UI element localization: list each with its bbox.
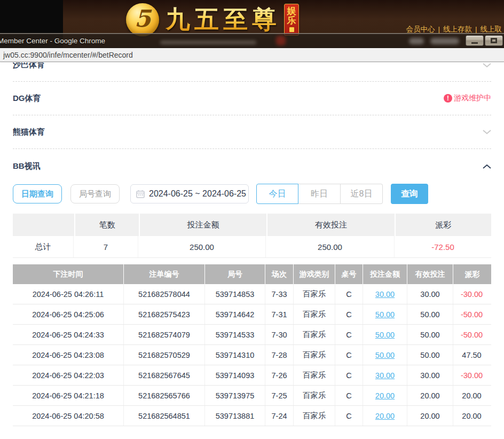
bet-amount-link[interactable]: 30.00 [363,365,407,385]
round-no: 539714853 [205,284,265,304]
header-game-type: 游戏类别 [294,264,335,284]
bet-amount-link[interactable]: 20.00 [363,386,407,405]
table-no: C [335,284,363,304]
nav-online-deposit[interactable]: 线上存款 [443,25,472,33]
header-payout: 派彩 [453,264,491,284]
game-type: 百家乐 [294,406,335,426]
table-no: C [335,386,363,405]
window-titlebar[interactable]: Member Center - Google Chrome [0,33,504,48]
bet-time: 2024-06-25 04:24:33 [13,325,124,344]
search-button[interactable]: 查询 [391,184,428,204]
screen: 5 九五至尊 娱乐 会员中心|线上存款|线上取 Member Center - … [0,0,504,439]
section-panda-label: 熊猫体育 [13,127,45,137]
nav-separator: | [475,25,477,33]
section-saba[interactable]: 沙巴体育 [13,62,491,82]
section-dg-label: DG体育 [13,93,41,104]
section-panda[interactable]: 熊猫体育 [13,115,491,149]
blurred-user-info [430,38,459,44]
bet-time: 2024-06-25 04:25:06 [13,304,124,324]
payout: -30.00 [453,284,490,304]
maximize-icon [491,38,497,43]
summary-payout: -72.50 [395,236,491,257]
site-logo: 5 九五至尊 娱乐 [126,3,299,36]
order-no: 521682574079 [124,325,205,344]
order-no: 521682570529 [124,345,205,365]
round-no: 539714533 [205,325,265,344]
header-session: 场次 [265,264,293,284]
round-no: 539713881 [205,406,265,426]
bet-amount-link[interactable]: 50.00 [363,325,407,344]
round-no: 539714642 [205,304,265,324]
header-table-no: 桌号 [335,264,363,284]
summary-header-cell: 有效投注 [267,214,395,236]
date-range-value: 2024-06-25 ~ 2024-06-25 [149,189,246,199]
minimize-button[interactable] [466,35,484,46]
nav-online-withdraw[interactable]: 线上取 [481,25,502,33]
payout: 20.00 [453,406,490,426]
session: 7-31 [265,304,294,324]
table-no: C [335,365,363,385]
minimize-icon [471,42,478,44]
section-bb[interactable]: BB视讯 [13,149,491,184]
bet-amount-link[interactable]: 50.00 [363,304,407,324]
payout: -30.00 [453,365,490,385]
maximize-button[interactable] [485,35,503,46]
bet-time: 2024-06-25 04:21:18 [13,386,124,405]
logo-circle-icon: 5 [126,3,159,36]
game-type: 百家乐 [294,365,335,385]
logo-title: 九五至尊 [166,3,281,36]
game-type: 百家乐 [294,304,335,324]
game-type: 百家乐 [294,345,335,365]
calendar-icon [136,190,145,198]
bet-amount-link[interactable]: 30.00 [363,284,407,304]
summary-header-cell: 笔数 [75,214,139,236]
order-no: 521682575423 [124,304,205,324]
summary-count: 7 [74,236,138,257]
table-row: 2024-06-25 04:23:08 521682570529 5397143… [13,345,491,365]
quick-today-button[interactable]: 今日 [256,184,298,204]
table-row: 2024-06-25 04:25:06 521682575423 5397146… [13,304,491,325]
date-range-input[interactable]: 2024-06-25 ~ 2024-06-25 [130,184,249,203]
quick-8days-button[interactable]: 近8日 [341,184,383,204]
header-valid-bet: 有效投注 [407,264,453,284]
nav-member-center[interactable]: 会员中心 [406,25,435,33]
round-query-tab[interactable]: 局号查询 [70,184,120,203]
chevron-down-icon[interactable] [483,62,491,68]
section-dg[interactable]: DG体育 ! 游戏维护中 [13,82,491,115]
valid-bet: 20.00 [407,406,453,426]
url-text[interactable]: jw05.cc:9900/infe/mcenter/#/betRecord [3,51,133,59]
valid-bet: 50.00 [407,345,453,365]
bet-amount-link[interactable]: 20.00 [363,406,407,426]
logo-badge: 娱乐 [284,4,299,36]
summary-valid-bet: 250.00 [266,236,395,257]
section-bb-label: BB视讯 [13,161,41,171]
bet-record-table: 下注时间 注单编号 局号 场次 游戏类别 桌号 投注金额 有效投注 派彩 202… [13,264,491,426]
blurred-logo-flourish [160,41,256,44]
quick-range-group: 今日 昨日 近8日 [256,184,383,204]
quick-yesterday-button[interactable]: 昨日 [298,184,341,204]
table-row: 2024-06-25 04:21:18 521682565766 5397139… [13,386,491,406]
maintenance-text: 游戏维护中 [454,93,491,103]
table-no: C [335,304,363,324]
header-bet-time: 下注时间 [13,264,123,284]
header-bet-amount: 投注金额 [363,264,407,284]
chevron-down-icon[interactable] [483,129,491,135]
bet-time: 2024-06-25 04:20:58 [13,406,124,426]
maintenance-badge: ! 游戏维护中 [444,93,491,103]
session: 7-30 [265,325,294,344]
payout: 47.50 [453,345,490,365]
filter-bar: 日期查询 局号查询 2024-06-25 ~ 2024-06-25 今日 昨日 … [13,184,491,204]
bet-amount-link[interactable]: 50.00 [363,345,407,365]
round-no: 539714093 [205,365,265,385]
exclamation-icon: ! [444,94,452,103]
chevron-up-icon[interactable] [483,164,491,169]
address-bar[interactable]: jw05.cc:9900/infe/mcenter/#/betRecord [0,48,504,62]
table-no: C [335,345,363,365]
window-title: Member Center - Google Chrome [0,37,105,45]
logo-symbol: 5 [135,7,151,30]
table-row: 2024-06-25 04:26:11 521682578044 5397148… [13,284,491,304]
logo-badge-seal-icon [289,27,294,32]
logo-badge-text: 娱乐 [287,6,296,26]
table-no: C [335,325,363,344]
date-query-tab[interactable]: 日期查询 [13,184,62,203]
